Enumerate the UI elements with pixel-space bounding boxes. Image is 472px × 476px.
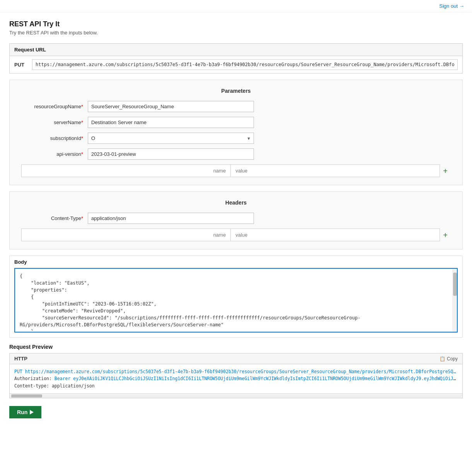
- required-star-5: *: [81, 215, 83, 221]
- top-bar: Sign out →: [0, 0, 472, 12]
- preview-http-label: HTTP: [14, 356, 27, 362]
- body-scrollbar-thumb: [453, 273, 457, 296]
- run-label: Run: [17, 409, 27, 415]
- header-value-input[interactable]: [231, 229, 440, 241]
- preview-header: HTTP 📋 Copy: [10, 353, 462, 364]
- auth-val: Bearer eyJ0eXAiOiJKV1QiLCJhbGciOiJSUzI1N…: [55, 376, 458, 381]
- param-row-apiversion: api-version*: [21, 148, 451, 160]
- subscriptionid-select-wrapper: O ▼: [88, 133, 254, 144]
- preview-content-line: Content-type: application/json: [14, 382, 458, 389]
- param-name-container: [21, 164, 231, 177]
- required-star-3: *: [81, 135, 83, 141]
- preview-auth-line: Authorization: Bearer eyJ0eXAiOiJKV1QiLC…: [14, 375, 458, 382]
- headers-section: Headers Content-Type* +: [9, 191, 463, 249]
- copy-button[interactable]: 📋 Copy: [440, 356, 458, 362]
- param-row-servername: serverName*: [21, 117, 451, 128]
- param-label-servername: serverName*: [21, 119, 83, 125]
- body-textarea-wrapper: { "location": "EastUS", "properties": { …: [14, 268, 458, 333]
- required-star: *: [81, 104, 83, 109]
- request-preview-title: Request Preview: [9, 344, 463, 350]
- body-section: Body { "location": "EastUS", "properties…: [9, 256, 463, 338]
- preview-scrollbar[interactable]: [10, 393, 462, 398]
- copy-label: Copy: [447, 356, 458, 362]
- request-preview-section: Request Preview HTTP 📋 Copy PUT https://…: [9, 344, 463, 398]
- param-row-subscriptionid: subscriptionId* O ▼: [21, 133, 451, 144]
- header-custom-row: +: [21, 229, 451, 241]
- header-add-button[interactable]: +: [440, 231, 451, 239]
- param-custom-row: +: [21, 164, 451, 177]
- parameters-title: Parameters: [21, 88, 451, 94]
- auth-key: Authorization:: [14, 376, 55, 381]
- run-button[interactable]: Run: [9, 406, 41, 418]
- page-container: Sign out → REST API Try It Try the REST …: [0, 0, 472, 476]
- required-star-4: *: [81, 151, 83, 157]
- preview-scrollbar-thumb: [11, 394, 42, 398]
- page-title: REST API Try It: [9, 20, 463, 28]
- param-input-contenttype[interactable]: [88, 213, 254, 224]
- param-value-container: [231, 164, 440, 177]
- header-name-input[interactable]: [22, 229, 230, 241]
- method-badge: PUT: [14, 62, 28, 68]
- param-row-resourcegroupname: resourceGroupName*: [21, 101, 451, 112]
- param-value-input[interactable]: [231, 165, 440, 177]
- run-play-icon: [30, 410, 34, 415]
- preview-put-line: PUT https://management.azure.com/subscri…: [14, 368, 458, 375]
- page-subtitle: Try the REST API with the inputs below.: [9, 30, 463, 36]
- preview-box: HTTP 📋 Copy PUT https://management.azure…: [9, 353, 463, 398]
- param-row-contenttype: Content-Type*: [21, 213, 451, 224]
- param-label-apiversion: api-version*: [21, 151, 83, 157]
- required-star-2: *: [81, 119, 83, 125]
- preview-content: PUT https://management.azure.com/subscri…: [10, 364, 462, 393]
- request-url-row: PUT: [10, 56, 462, 73]
- param-name-input[interactable]: [22, 165, 230, 177]
- sign-out-label: Sign out: [439, 3, 458, 9]
- sign-out-icon: →: [459, 3, 464, 9]
- param-label-contenttype: Content-Type*: [21, 215, 83, 221]
- param-add-button[interactable]: +: [440, 167, 451, 175]
- param-label-resourcegroupname: resourceGroupName*: [21, 104, 83, 109]
- header-name-container: [21, 229, 231, 241]
- param-label-subscriptionid: subscriptionId*: [21, 135, 83, 141]
- request-url-label: Request URL: [10, 44, 462, 56]
- sign-out-link[interactable]: Sign out →: [439, 3, 464, 9]
- body-scrollbar[interactable]: [452, 269, 457, 332]
- request-url-section: Request URL PUT: [9, 43, 463, 73]
- copy-icon: 📋: [440, 356, 445, 362]
- headers-title: Headers: [21, 200, 451, 206]
- param-input-apiversion[interactable]: [88, 148, 254, 160]
- parameters-section: Parameters resourceGroupName* serverName…: [9, 80, 463, 185]
- main-content: REST API Try It Try the REST API with th…: [0, 12, 472, 426]
- param-input-resourcegroupname[interactable]: [88, 101, 254, 112]
- url-input[interactable]: [32, 59, 458, 70]
- header-value-container: [231, 229, 440, 241]
- subscriptionid-select[interactable]: O: [88, 133, 254, 144]
- body-textarea[interactable]: { "location": "EastUS", "properties": { …: [15, 269, 457, 331]
- body-label: Body: [10, 256, 462, 268]
- param-input-servername[interactable]: [88, 117, 254, 128]
